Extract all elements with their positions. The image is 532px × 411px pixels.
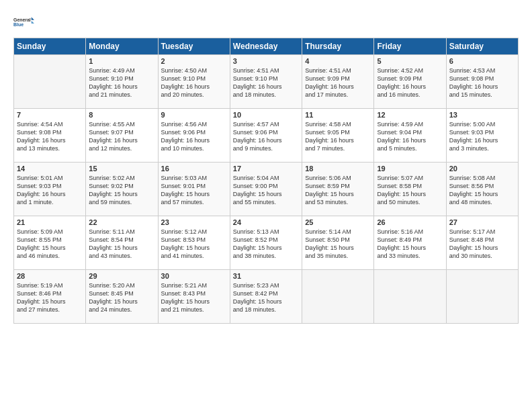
day-number: 19	[377, 165, 443, 173]
day-number: 18	[305, 165, 371, 173]
day-info: Sunrise: 5:16 AM Sunset: 8:49 PM Dayligh…	[377, 228, 443, 261]
day-number: 22	[89, 218, 154, 226]
day-info: Sunrise: 4:52 AM Sunset: 9:09 PM Dayligh…	[377, 66, 443, 99]
calendar-cell: 15Sunrise: 5:02 AM Sunset: 9:02 PM Dayli…	[86, 163, 158, 216]
svg-text:General: General	[13, 17, 31, 22]
calendar-cell: 25Sunrise: 5:14 AM Sunset: 8:50 PM Dayli…	[302, 216, 374, 270]
calendar-cell: 10Sunrise: 4:57 AM Sunset: 9:06 PM Dayli…	[230, 109, 302, 163]
calendar-cell: 28Sunrise: 5:19 AM Sunset: 8:46 PM Dayli…	[14, 270, 86, 324]
day-number: 24	[233, 218, 299, 226]
weekday-header-tuesday: Tuesday	[158, 38, 230, 55]
day-number: 7	[17, 111, 83, 119]
day-info: Sunrise: 5:23 AM Sunset: 8:42 PM Dayligh…	[233, 281, 299, 314]
day-info: Sunrise: 4:57 AM Sunset: 9:06 PM Dayligh…	[233, 120, 299, 153]
calendar-cell: 3Sunrise: 4:51 AM Sunset: 9:10 PM Daylig…	[230, 55, 302, 109]
day-number: 1	[89, 57, 154, 65]
day-info: Sunrise: 5:07 AM Sunset: 8:58 PM Dayligh…	[377, 174, 443, 207]
calendar-cell: 5Sunrise: 4:52 AM Sunset: 9:09 PM Daylig…	[374, 55, 446, 109]
day-number: 26	[377, 218, 443, 226]
calendar-cell: 8Sunrise: 4:55 AM Sunset: 9:07 PM Daylig…	[86, 109, 158, 163]
weekday-header-monday: Monday	[86, 38, 158, 55]
weekday-header-thursday: Thursday	[302, 38, 374, 55]
weekday-header-wednesday: Wednesday	[230, 38, 302, 55]
calendar-cell: 17Sunrise: 5:04 AM Sunset: 9:00 PM Dayli…	[230, 163, 302, 216]
day-info: Sunrise: 5:08 AM Sunset: 8:56 PM Dayligh…	[449, 174, 515, 207]
svg-text:Blue: Blue	[13, 22, 24, 27]
day-number: 4	[305, 57, 371, 65]
day-number: 27	[449, 218, 515, 226]
logo: General Blue	[13, 12, 35, 34]
calendar-cell: 12Sunrise: 4:59 AM Sunset: 9:04 PM Dayli…	[374, 109, 446, 163]
day-number: 15	[89, 165, 154, 173]
day-info: Sunrise: 5:11 AM Sunset: 8:54 PM Dayligh…	[89, 228, 154, 261]
day-number: 11	[305, 111, 371, 119]
calendar-cell: 24Sunrise: 5:13 AM Sunset: 8:52 PM Dayli…	[230, 216, 302, 270]
day-info: Sunrise: 4:49 AM Sunset: 9:10 PM Dayligh…	[89, 66, 154, 99]
weekday-header-sunday: Sunday	[14, 38, 86, 55]
day-number: 8	[89, 111, 154, 119]
calendar-cell: 27Sunrise: 5:17 AM Sunset: 8:48 PM Dayli…	[446, 216, 518, 270]
day-number: 17	[233, 165, 299, 173]
day-info: Sunrise: 5:13 AM Sunset: 8:52 PM Dayligh…	[233, 228, 299, 261]
calendar-cell: 18Sunrise: 5:06 AM Sunset: 8:59 PM Dayli…	[302, 163, 374, 216]
day-number: 2	[161, 57, 227, 65]
calendar-cell: 23Sunrise: 5:12 AM Sunset: 8:53 PM Dayli…	[158, 216, 230, 270]
day-number: 30	[161, 272, 227, 280]
week-row-5: 28Sunrise: 5:19 AM Sunset: 8:46 PM Dayli…	[14, 270, 519, 324]
day-info: Sunrise: 5:14 AM Sunset: 8:50 PM Dayligh…	[305, 228, 371, 261]
day-number: 16	[161, 165, 227, 173]
calendar-cell	[446, 270, 518, 324]
weekday-header-friday: Friday	[374, 38, 446, 55]
calendar-cell: 30Sunrise: 5:21 AM Sunset: 8:43 PM Dayli…	[158, 270, 230, 324]
day-number: 28	[17, 272, 83, 280]
day-info: Sunrise: 5:06 AM Sunset: 8:59 PM Dayligh…	[305, 174, 371, 207]
day-number: 13	[449, 111, 515, 119]
calendar-cell	[374, 270, 446, 324]
calendar-cell: 6Sunrise: 4:53 AM Sunset: 9:08 PM Daylig…	[446, 55, 518, 109]
week-row-1: 1Sunrise: 4:49 AM Sunset: 9:10 PM Daylig…	[14, 55, 519, 109]
day-info: Sunrise: 4:51 AM Sunset: 9:10 PM Dayligh…	[233, 66, 299, 99]
weekday-header-row: SundayMondayTuesdayWednesdayThursdayFrid…	[14, 38, 519, 55]
calendar-cell: 16Sunrise: 5:03 AM Sunset: 9:01 PM Dayli…	[158, 163, 230, 216]
week-row-2: 7Sunrise: 4:54 AM Sunset: 9:08 PM Daylig…	[14, 109, 519, 163]
day-info: Sunrise: 5:12 AM Sunset: 8:53 PM Dayligh…	[161, 228, 227, 261]
calendar-table: SundayMondayTuesdayWednesdayThursdayFrid…	[13, 38, 519, 324]
day-info: Sunrise: 4:54 AM Sunset: 9:08 PM Dayligh…	[17, 120, 83, 153]
calendar-cell: 1Sunrise: 4:49 AM Sunset: 9:10 PM Daylig…	[86, 55, 158, 109]
day-number: 6	[449, 57, 515, 65]
day-info: Sunrise: 5:21 AM Sunset: 8:43 PM Dayligh…	[161, 281, 227, 314]
svg-marker-2	[32, 17, 34, 19]
day-number: 21	[17, 218, 83, 226]
header-row: General Blue	[13, 12, 519, 34]
day-number: 10	[233, 111, 299, 119]
day-info: Sunrise: 5:00 AM Sunset: 9:03 PM Dayligh…	[449, 120, 515, 153]
day-info: Sunrise: 5:03 AM Sunset: 9:01 PM Dayligh…	[161, 174, 227, 207]
day-number: 12	[377, 111, 443, 119]
day-info: Sunrise: 5:17 AM Sunset: 8:48 PM Dayligh…	[449, 228, 515, 261]
calendar-cell: 14Sunrise: 5:01 AM Sunset: 9:03 PM Dayli…	[14, 163, 86, 216]
svg-marker-3	[32, 21, 34, 24]
day-info: Sunrise: 4:58 AM Sunset: 9:05 PM Dayligh…	[305, 120, 371, 153]
week-row-4: 21Sunrise: 5:09 AM Sunset: 8:55 PM Dayli…	[14, 216, 519, 270]
calendar-cell: 21Sunrise: 5:09 AM Sunset: 8:55 PM Dayli…	[14, 216, 86, 270]
calendar-cell: 26Sunrise: 5:16 AM Sunset: 8:49 PM Dayli…	[374, 216, 446, 270]
calendar-cell: 22Sunrise: 5:11 AM Sunset: 8:54 PM Dayli…	[86, 216, 158, 270]
day-info: Sunrise: 5:19 AM Sunset: 8:46 PM Dayligh…	[17, 281, 83, 314]
calendar-container: General Blue SundayMondayTuesdayWednesda…	[0, 0, 532, 332]
calendar-cell: 20Sunrise: 5:08 AM Sunset: 8:56 PM Dayli…	[446, 163, 518, 216]
day-info: Sunrise: 5:04 AM Sunset: 9:00 PM Dayligh…	[233, 174, 299, 207]
calendar-cell: 29Sunrise: 5:20 AM Sunset: 8:45 PM Dayli…	[86, 270, 158, 324]
calendar-cell	[302, 270, 374, 324]
calendar-cell: 7Sunrise: 4:54 AM Sunset: 9:08 PM Daylig…	[14, 109, 86, 163]
day-number: 9	[161, 111, 227, 119]
calendar-cell: 11Sunrise: 4:58 AM Sunset: 9:05 PM Dayli…	[302, 109, 374, 163]
day-info: Sunrise: 4:50 AM Sunset: 9:10 PM Dayligh…	[161, 66, 227, 99]
calendar-cell: 13Sunrise: 5:00 AM Sunset: 9:03 PM Dayli…	[446, 109, 518, 163]
calendar-cell: 19Sunrise: 5:07 AM Sunset: 8:58 PM Dayli…	[374, 163, 446, 216]
calendar-cell: 9Sunrise: 4:56 AM Sunset: 9:06 PM Daylig…	[158, 109, 230, 163]
calendar-cell: 2Sunrise: 4:50 AM Sunset: 9:10 PM Daylig…	[158, 55, 230, 109]
day-number: 29	[89, 272, 154, 280]
day-number: 20	[449, 165, 515, 173]
day-info: Sunrise: 5:09 AM Sunset: 8:55 PM Dayligh…	[17, 228, 83, 261]
day-info: Sunrise: 4:59 AM Sunset: 9:04 PM Dayligh…	[377, 120, 443, 153]
